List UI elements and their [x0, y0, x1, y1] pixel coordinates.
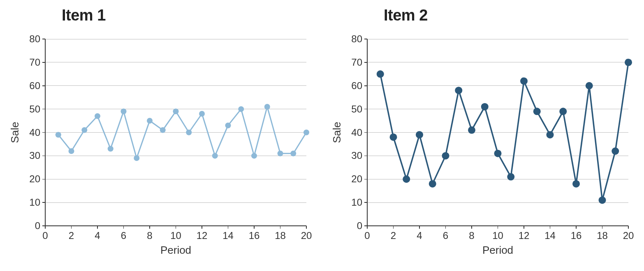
y-tick-label: 70 [351, 57, 362, 68]
data-point [238, 106, 244, 112]
chart-svg-item1: Item 10102030405060708002468101214161820… [0, 0, 322, 271]
data-point [377, 70, 384, 78]
data-point [533, 108, 541, 115]
y-tick-label: 70 [29, 57, 40, 68]
x-tick-label: 2 [391, 230, 396, 241]
x-tick-label: 4 [95, 230, 100, 241]
y-tick-label: 10 [351, 197, 362, 208]
data-point [278, 151, 283, 156]
data-point [547, 131, 554, 138]
y-tick-label: 0 [35, 220, 40, 231]
data-point [612, 147, 619, 155]
y-tick-label: 20 [351, 173, 362, 184]
data-point [403, 175, 410, 183]
data-point [507, 173, 514, 181]
y-tick-label: 80 [29, 33, 40, 44]
data-point [625, 59, 632, 66]
data-point [186, 130, 192, 136]
y-tick-label: 20 [29, 173, 40, 184]
data-point [290, 151, 296, 156]
y-tick-label: 30 [351, 150, 362, 161]
y-axis-label: Sale [331, 122, 343, 143]
chart-title: Item 1 [62, 7, 106, 24]
x-tick-label: 8 [469, 230, 474, 241]
data-point [108, 146, 114, 152]
x-tick-label: 14 [544, 230, 556, 241]
data-point [481, 103, 489, 110]
x-tick-label: 12 [197, 230, 208, 241]
x-tick-label: 18 [275, 230, 286, 241]
data-point [572, 180, 580, 188]
data-point [520, 77, 528, 85]
y-tick-label: 80 [351, 33, 362, 44]
data-point [429, 180, 436, 188]
x-tick-label: 10 [492, 230, 503, 241]
data-point [69, 148, 74, 154]
y-tick-label: 10 [29, 197, 40, 208]
y-tick-label: 60 [29, 80, 40, 91]
data-point [468, 126, 475, 134]
chart-title: Item 2 [384, 7, 428, 24]
data-point [134, 155, 139, 161]
y-tick-label: 0 [357, 220, 362, 231]
data-point [56, 132, 61, 138]
x-tick-label: 16 [249, 230, 260, 241]
x-tick-label: 2 [69, 230, 74, 241]
y-tick-label: 60 [351, 80, 362, 91]
data-point [586, 82, 593, 90]
x-tick-label: 0 [42, 230, 48, 241]
chart-panel-item1: Item 10102030405060708002468101214161820… [0, 0, 322, 271]
data-point [390, 133, 397, 141]
data-point [455, 87, 462, 94]
data-point [121, 108, 127, 114]
y-tick-label: 50 [351, 103, 362, 115]
charts-row: Item 10102030405060708002468101214161820… [0, 0, 644, 271]
x-tick-label: 20 [301, 230, 312, 241]
data-point [160, 127, 166, 133]
x-tick-label: 14 [222, 230, 234, 241]
data-point [303, 130, 309, 136]
data-point [494, 150, 502, 157]
data-point [95, 113, 100, 119]
x-tick-label: 6 [443, 230, 448, 241]
data-point [442, 152, 449, 159]
y-tick-label: 40 [29, 127, 40, 138]
data-point [416, 131, 423, 138]
data-point [225, 122, 231, 128]
data-point [199, 111, 205, 117]
x-tick-label: 4 [417, 230, 422, 241]
x-tick-label: 8 [147, 230, 152, 241]
x-tick-label: 6 [121, 230, 126, 241]
y-tick-label: 50 [29, 103, 40, 115]
x-tick-label: 12 [519, 230, 530, 241]
y-tick-label: 40 [351, 127, 362, 138]
data-point [212, 153, 218, 158]
x-tick-label: 10 [170, 230, 181, 241]
x-tick-label: 16 [571, 230, 582, 241]
data-point [81, 127, 87, 133]
data-point [147, 118, 153, 124]
x-tick-label: 20 [623, 230, 634, 241]
chart-svg-item2: Item 20102030405060708002468101214161820… [322, 0, 644, 271]
data-point [599, 196, 606, 204]
x-tick-label: 18 [597, 230, 608, 241]
data-point [559, 108, 567, 115]
y-axis-label: Sale [9, 122, 21, 143]
data-point [251, 153, 257, 158]
x-tick-label: 0 [364, 230, 370, 241]
data-point [173, 108, 179, 114]
chart-panel-item2: Item 20102030405060708002468101214161820… [322, 0, 644, 271]
x-axis-label: Period [160, 244, 191, 256]
y-tick-label: 30 [29, 150, 40, 161]
x-axis-label: Period [482, 244, 513, 256]
data-point [264, 104, 270, 110]
